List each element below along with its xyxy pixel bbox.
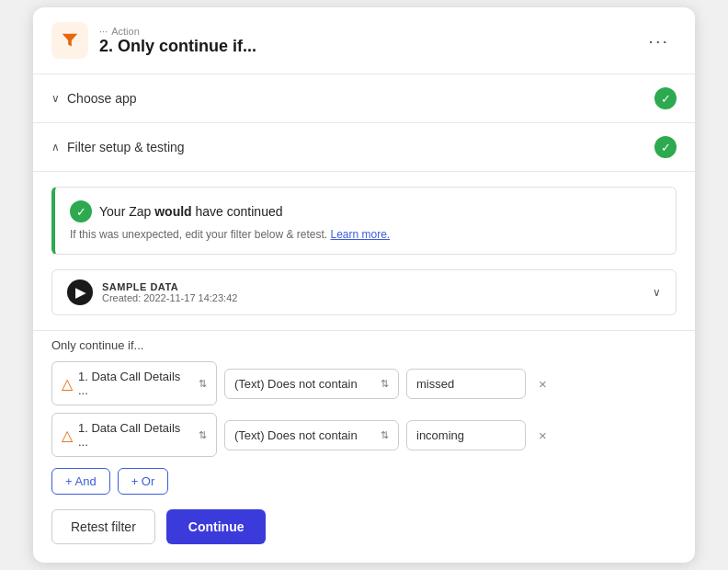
zap-result-sub-text: If this was unexpected, edit your filter… [70,228,327,241]
action-label: ··· Action [99,26,256,37]
sample-info: SAMPLE DATA Created: 2022-11-17 14:23:42 [102,281,237,303]
only-continue-label: Only continue if... [51,338,677,352]
choose-app-text: Choose app [67,91,137,106]
sample-data-chevron: ∨ [653,286,661,299]
filter-field-chevron-1: ⇅ [199,378,207,390]
filter-icon [60,30,80,51]
filter-field-value-1: 1. Data Call Details ... [78,370,193,397]
filter-config-section: Only continue if... △ 1. Data Call Detai… [33,331,695,563]
expanded-section: ✓ Your Zap would have continued If this … [33,172,695,331]
filter-rows: △ 1. Data Call Details ... ⇅ (Text) Does… [51,361,677,457]
page-title: 2. Only continue if... [99,37,256,56]
filter-field-icon-1: △ [62,375,73,393]
logic-buttons: + And + Or [51,468,677,495]
choose-app-section[interactable]: ∨ Choose app ✓ [33,74,695,123]
zap-result-suffix: have continued [192,204,283,219]
header-left: ··· Action 2. Only continue if... [51,22,256,59]
more-button[interactable]: ··· [641,27,677,55]
filter-setup-chevron: ∧ [51,141,60,154]
filter-field-select-1[interactable]: △ 1. Data Call Details ... ⇅ [51,361,217,405]
filter-condition-select-1[interactable]: (Text) Does not contain ⇅ [224,369,399,399]
filter-row-2: △ 1. Data Call Details ... ⇅ (Text) Does… [51,413,677,457]
filter-field-icon-2: △ [62,427,73,444]
choose-app-check: ✓ [654,87,677,109]
zap-result-bold: would [154,204,191,219]
filter-condition-chevron-1: ⇅ [381,378,389,390]
filter-setup-section[interactable]: ∧ Filter setup & testing ✓ [33,123,695,172]
zap-result-prefix: Your Zap [99,204,154,219]
filter-condition-select-2[interactable]: (Text) Does not contain ⇅ [224,420,399,450]
and-button[interactable]: + And [51,468,110,495]
sample-data-label: SAMPLE DATA [102,281,237,292]
filter-setup-check: ✓ [654,136,677,158]
retest-filter-button[interactable]: Retest filter [51,509,155,544]
filter-setup-text: Filter setup & testing [67,140,185,154]
zap-result-subtitle: If this was unexpected, edit your filter… [70,228,661,241]
zap-result-check: ✓ [70,200,92,222]
learn-more-link[interactable]: Learn more. [330,228,390,241]
header-title-group: ··· Action 2. Only continue if... [99,26,256,56]
remove-row-2-button[interactable]: × [533,426,552,445]
action-buttons: Retest filter Continue [51,509,677,544]
filter-row-1: △ 1. Data Call Details ... ⇅ (Text) Does… [51,361,677,405]
card-header: ··· Action 2. Only continue if... ··· [33,7,695,74]
action-dots: ··· [99,26,108,37]
continue-button[interactable]: Continue [166,509,267,544]
action-text: Action [111,26,140,37]
zap-result-header: ✓ Your Zap would have continued [70,200,661,222]
sample-data-row[interactable]: ▶ SAMPLE DATA Created: 2022-11-17 14:23:… [51,269,677,315]
filter-field-chevron-2: ⇅ [199,429,207,441]
choose-app-label: ∨ Choose app [51,91,137,106]
sample-data-created: Created: 2022-11-17 14:23:42 [102,292,237,303]
remove-row-1-button[interactable]: × [533,374,552,393]
zap-result-box: ✓ Your Zap would have continued If this … [51,187,677,255]
filter-value-input-2[interactable] [406,420,526,450]
filter-condition-value-1: (Text) Does not contain [234,377,358,391]
filter-field-select-2[interactable]: △ 1. Data Call Details ... ⇅ [51,413,217,457]
or-button[interactable]: + Or [118,468,169,495]
filter-icon-box [51,22,88,59]
sample-left: ▶ SAMPLE DATA Created: 2022-11-17 14:23:… [67,279,237,305]
main-card: ··· Action 2. Only continue if... ··· ∨ … [33,7,695,563]
sample-data-icon: ▶ [67,279,93,305]
choose-app-chevron: ∨ [51,92,60,105]
filter-condition-value-2: (Text) Does not contain [234,428,358,442]
filter-value-input-1[interactable] [406,369,526,399]
filter-field-value-2: 1. Data Call Details ... [78,421,193,449]
zap-result-title: Your Zap would have continued [99,204,283,219]
filter-condition-chevron-2: ⇅ [381,429,389,441]
filter-setup-label: ∧ Filter setup & testing [51,140,185,154]
